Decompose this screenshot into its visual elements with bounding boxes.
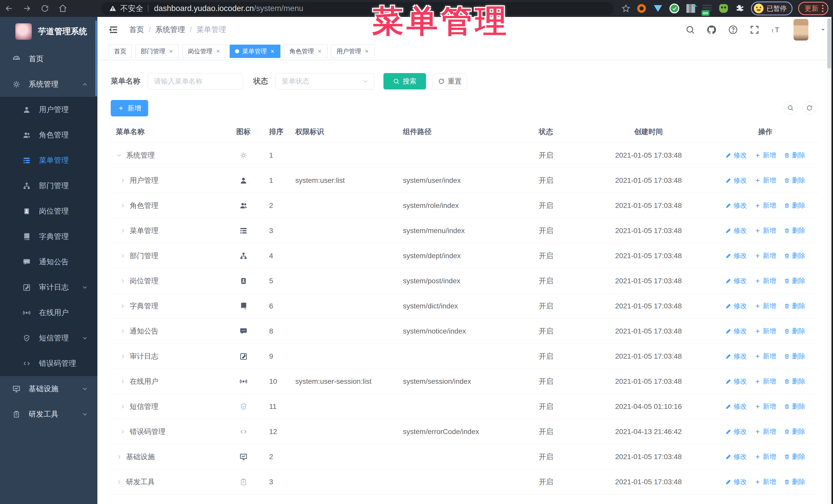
sidebar-item-岗位管理[interactable]: 岗位管理 bbox=[0, 198, 97, 224]
edit-row-button[interactable]: 修改 bbox=[725, 327, 747, 336]
extension-check-icon[interactable] bbox=[669, 3, 680, 14]
add-row-button[interactable]: 新增 bbox=[755, 226, 776, 235]
sidebar-item-系统管理[interactable]: 系统管理 bbox=[0, 72, 97, 97]
edit-row-button[interactable]: 修改 bbox=[725, 452, 747, 461]
edit-row-button[interactable]: 修改 bbox=[725, 251, 747, 260]
expand-row-icon[interactable] bbox=[119, 253, 126, 259]
browser-forward-button[interactable] bbox=[18, 0, 36, 17]
font-size-icon[interactable]: tT bbox=[771, 25, 782, 35]
sidebar-item-角色管理[interactable]: 角色管理 bbox=[0, 122, 97, 148]
tab-岗位管理[interactable]: 岗位管理 bbox=[183, 45, 226, 58]
header-search-icon[interactable] bbox=[685, 25, 695, 34]
add-row-button[interactable]: 新增 bbox=[755, 477, 776, 486]
delete-row-button[interactable]: 删除 bbox=[784, 402, 805, 411]
extension-gem-icon[interactable] bbox=[652, 3, 663, 14]
security-label[interactable]: 不安全 bbox=[120, 3, 143, 14]
refresh-table-button[interactable] bbox=[803, 101, 816, 115]
breadcrumb-item-系统管理[interactable]: 系统管理 bbox=[155, 25, 185, 35]
tab-首页[interactable]: 首页 bbox=[109, 45, 132, 58]
add-row-button[interactable]: 新增 bbox=[755, 277, 776, 285]
expand-row-icon[interactable] bbox=[119, 227, 126, 234]
search-button[interactable]: 搜索 bbox=[383, 73, 426, 90]
sidebar-item-基础设施[interactable]: 基础设施 bbox=[0, 376, 97, 402]
sidebar-item-首页[interactable]: 首页 bbox=[0, 46, 97, 72]
edit-row-button[interactable]: 修改 bbox=[725, 176, 747, 185]
expand-row-icon[interactable] bbox=[119, 428, 126, 435]
sidebar-item-错误码管理[interactable]: 错误码管理 bbox=[0, 351, 97, 376]
expand-row-icon[interactable] bbox=[119, 353, 126, 360]
close-tab-icon[interactable] bbox=[168, 49, 173, 54]
edit-row-button[interactable]: 修改 bbox=[725, 302, 747, 310]
edit-row-button[interactable]: 修改 bbox=[725, 201, 747, 210]
tab-菜单管理[interactable]: 菜单管理 bbox=[230, 45, 280, 58]
delete-row-button[interactable]: 删除 bbox=[784, 452, 805, 461]
delete-row-button[interactable]: 删除 bbox=[784, 302, 805, 310]
delete-row-button[interactable]: 删除 bbox=[784, 201, 805, 210]
reset-button[interactable]: 重置 bbox=[433, 73, 467, 90]
expand-row-icon[interactable] bbox=[119, 378, 126, 385]
delete-row-button[interactable]: 删除 bbox=[784, 477, 805, 486]
sidebar-item-字典管理[interactable]: 字典管理 bbox=[0, 224, 97, 249]
extensions-puzzle-icon[interactable] bbox=[735, 3, 745, 14]
add-row-button[interactable]: 新增 bbox=[755, 452, 776, 461]
show-search-toggle-button[interactable] bbox=[784, 101, 797, 115]
delete-row-button[interactable]: 删除 bbox=[784, 226, 805, 235]
sidebar-item-在线用户[interactable]: 在线用户 bbox=[0, 300, 97, 325]
expand-row-icon[interactable] bbox=[119, 403, 126, 410]
add-row-button[interactable]: 新增 bbox=[755, 427, 776, 436]
add-button[interactable]: 新增 bbox=[111, 100, 148, 116]
close-tab-icon[interactable] bbox=[216, 49, 221, 54]
delete-row-button[interactable]: 删除 bbox=[784, 327, 805, 336]
sidebar-item-审计日志[interactable]: 审计日志 bbox=[0, 274, 97, 300]
user-avatar[interactable] bbox=[793, 19, 808, 41]
sidebar-item-菜单管理[interactable]: 菜单管理 bbox=[0, 148, 97, 173]
edit-row-button[interactable]: 修改 bbox=[725, 151, 747, 160]
extension-columns-icon[interactable] bbox=[685, 3, 696, 14]
delete-row-button[interactable]: 删除 bbox=[784, 176, 805, 185]
collapse-menu-icon[interactable] bbox=[108, 24, 119, 35]
window-scrollbar-thumb[interactable] bbox=[827, 19, 831, 69]
tab-角色管理[interactable]: 角色管理 bbox=[284, 45, 328, 58]
tab-部门管理[interactable]: 部门管理 bbox=[135, 45, 179, 58]
browser-update-button[interactable]: 更新 bbox=[798, 2, 828, 15]
bookmark-star-icon[interactable] bbox=[621, 4, 630, 13]
tab-用户管理[interactable]: 用户管理 bbox=[331, 45, 375, 58]
expand-row-icon[interactable] bbox=[119, 202, 126, 209]
address-bar[interactable]: 不安全 dashboard.yudao.iocoder.cn /system/m… bbox=[101, 2, 614, 15]
browser-reload-button[interactable] bbox=[36, 0, 54, 17]
fullscreen-icon[interactable] bbox=[749, 25, 760, 35]
expand-row-icon[interactable] bbox=[119, 278, 126, 284]
help-icon[interactable] bbox=[728, 25, 738, 35]
edit-row-button[interactable]: 修改 bbox=[725, 377, 747, 386]
breadcrumb-item-首页[interactable]: 首页 bbox=[129, 25, 144, 35]
close-tab-icon[interactable] bbox=[364, 49, 369, 54]
delete-row-button[interactable]: 删除 bbox=[784, 377, 805, 386]
expand-row-icon[interactable] bbox=[119, 177, 126, 184]
browser-back-button[interactable] bbox=[0, 0, 18, 17]
browser-profile-button[interactable]: 已暂停 bbox=[751, 2, 792, 16]
delete-row-button[interactable]: 删除 bbox=[784, 251, 805, 260]
close-tab-icon[interactable] bbox=[317, 49, 322, 54]
delete-row-button[interactable]: 删除 bbox=[784, 352, 805, 361]
edit-row-button[interactable]: 修改 bbox=[725, 277, 747, 285]
edit-row-button[interactable]: 修改 bbox=[725, 477, 747, 486]
add-row-button[interactable]: 新增 bbox=[755, 201, 776, 210]
user-menu-caret-icon[interactable] bbox=[820, 26, 826, 33]
add-row-button[interactable]: 新增 bbox=[755, 251, 776, 260]
menu-name-input[interactable] bbox=[148, 73, 243, 90]
add-row-button[interactable]: 新增 bbox=[755, 176, 776, 185]
delete-row-button[interactable]: 删除 bbox=[784, 427, 805, 436]
edit-row-button[interactable]: 修改 bbox=[725, 427, 747, 436]
add-row-button[interactable]: 新增 bbox=[755, 352, 776, 361]
sidebar-item-部门管理[interactable]: 部门管理 bbox=[0, 173, 97, 198]
delete-row-button[interactable]: 删除 bbox=[784, 151, 805, 160]
edit-row-button[interactable]: 修改 bbox=[725, 402, 747, 411]
sidebar-logo[interactable]: 芋道管理系统 bbox=[0, 17, 97, 46]
edit-row-button[interactable]: 修改 bbox=[725, 352, 747, 361]
extension-orange-icon[interactable] bbox=[636, 3, 647, 14]
github-icon[interactable] bbox=[706, 25, 717, 35]
window-scrollbar-track[interactable] bbox=[827, 17, 831, 504]
add-row-button[interactable]: 新增 bbox=[755, 327, 776, 336]
browser-home-button[interactable] bbox=[54, 0, 72, 17]
close-tab-icon[interactable] bbox=[270, 49, 275, 54]
